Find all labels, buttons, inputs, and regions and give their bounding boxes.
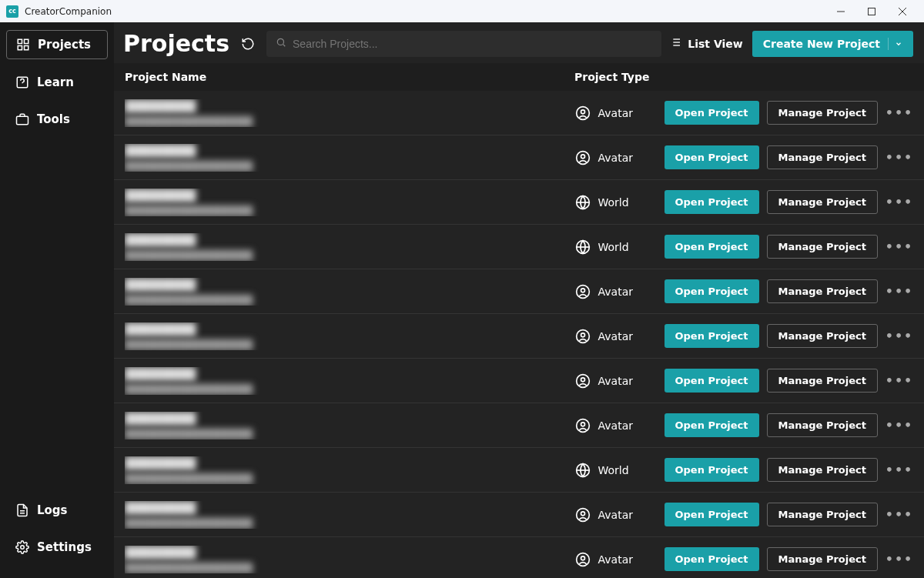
project-row: ██████████████████████████AvatarOpen Pro… [114, 537, 924, 578]
manage-project-button[interactable]: Manage Project [767, 458, 878, 482]
more-icon: ••• [886, 284, 914, 299]
manage-project-button[interactable]: Manage Project [767, 413, 878, 437]
more-options-button[interactable]: ••• [886, 369, 913, 393]
sidebar-item-label: Logs [37, 503, 68, 517]
manage-project-button[interactable]: Manage Project [767, 324, 878, 348]
project-type: Avatar [575, 507, 665, 523]
svg-rect-1 [869, 8, 875, 15]
project-type: Avatar [575, 418, 665, 433]
app-title: CreatorCompanion [25, 6, 112, 17]
project-type-label: Avatar [598, 107, 633, 119]
project-path: ██████████████████ [125, 384, 575, 395]
project-row: ██████████████████████████AvatarOpen Pro… [114, 314, 924, 359]
open-project-button[interactable]: Open Project [665, 101, 759, 125]
svg-rect-6 [18, 46, 22, 50]
sidebar-item-label: Tools [37, 112, 70, 126]
avatar-icon [575, 284, 591, 299]
create-label: Create New Project [763, 38, 880, 50]
manage-project-button[interactable]: Manage Project [767, 145, 878, 169]
project-name: ████████ [125, 99, 575, 113]
project-row: ██████████████████████████AvatarOpen Pro… [114, 493, 924, 537]
more-icon: ••• [886, 239, 914, 254]
more-options-button[interactable]: ••• [886, 547, 913, 572]
project-name: ████████ [125, 501, 575, 515]
open-project-button[interactable]: Open Project [665, 145, 759, 169]
open-project-button[interactable]: Open Project [665, 369, 759, 393]
project-row: ██████████████████████████AvatarOpen Pro… [114, 91, 924, 135]
more-options-button[interactable]: ••• [886, 101, 913, 125]
manage-project-button[interactable]: Manage Project [767, 235, 878, 259]
open-project-button[interactable]: Open Project [665, 503, 759, 526]
search-icon [276, 36, 286, 51]
project-row: ██████████████████████████WorldOpen Proj… [114, 448, 924, 493]
open-project-button[interactable]: Open Project [665, 547, 759, 571]
project-type: World [575, 463, 665, 478]
project-name: ████████ [125, 412, 575, 426]
more-options-button[interactable]: ••• [886, 413, 913, 438]
manage-project-button[interactable]: Manage Project [767, 101, 878, 125]
sidebar-item-projects[interactable]: Projects [6, 30, 108, 59]
more-icon: ••• [886, 418, 914, 433]
sidebar-item-tools[interactable]: Tools [6, 105, 108, 133]
manage-project-button[interactable]: Manage Project [767, 190, 878, 214]
avatar-icon [575, 552, 591, 567]
project-path: ██████████████████ [125, 205, 575, 216]
sidebar-item-learn[interactable]: Learn [6, 68, 108, 96]
create-new-project-button[interactable]: Create New Project [752, 31, 913, 57]
project-path: ██████████████████ [125, 295, 575, 306]
minimize-button[interactable] [825, 0, 856, 22]
svg-point-14 [277, 38, 283, 45]
project-name: ████████ [125, 233, 575, 247]
project-path: ██████████████████ [125, 161, 575, 172]
more-options-button[interactable]: ••• [886, 235, 913, 259]
svg-point-37 [581, 422, 584, 426]
project-name: ████████ [125, 189, 575, 202]
more-options-button[interactable]: ••• [886, 279, 913, 304]
more-options-button[interactable]: ••• [886, 503, 913, 527]
titlebar: cc CreatorCompanion [0, 0, 924, 22]
sidebar-item-logs[interactable]: Logs [6, 496, 108, 524]
toolbox-icon [15, 112, 29, 126]
open-project-button[interactable]: Open Project [665, 235, 759, 259]
search-box[interactable] [266, 31, 661, 57]
open-project-button[interactable]: Open Project [665, 324, 759, 348]
more-icon: ••• [886, 552, 914, 566]
more-options-button[interactable]: ••• [886, 324, 913, 349]
avatar-icon [575, 507, 591, 523]
more-options-button[interactable]: ••• [886, 458, 913, 483]
open-project-button[interactable]: Open Project [665, 458, 759, 482]
more-icon: ••• [886, 150, 914, 165]
project-type: Avatar [575, 329, 665, 344]
project-name: ████████ [125, 144, 575, 158]
project-row: ██████████████████████████AvatarOpen Pro… [114, 403, 924, 448]
manage-project-button[interactable]: Manage Project [767, 547, 878, 571]
project-list[interactable]: ██████████████████████████AvatarOpen Pro… [114, 91, 924, 578]
manage-project-button[interactable]: Manage Project [767, 279, 878, 303]
manage-project-button[interactable]: Manage Project [767, 503, 878, 526]
maximize-button[interactable] [856, 0, 887, 22]
avatar-icon [575, 418, 591, 433]
more-icon: ••• [886, 195, 914, 209]
svg-point-23 [581, 109, 584, 113]
refresh-button[interactable] [237, 33, 259, 55]
open-project-button[interactable]: Open Project [665, 279, 759, 303]
search-input[interactable] [293, 38, 652, 50]
more-icon: ••• [886, 463, 914, 477]
manage-project-button[interactable]: Manage Project [767, 369, 878, 393]
project-type: Avatar [575, 150, 665, 165]
project-name: ████████ [125, 367, 575, 381]
sidebar-item-label: Learn [37, 75, 74, 89]
list-view-button[interactable]: List View [669, 36, 742, 51]
chevron-down-icon[interactable] [888, 38, 902, 50]
project-path: ██████████████████ [125, 563, 575, 573]
project-type-label: Avatar [598, 286, 633, 298]
close-button[interactable] [887, 0, 918, 22]
header: Projects List View Create New Projec [114, 22, 924, 63]
open-project-button[interactable]: Open Project [665, 413, 759, 437]
more-options-button[interactable]: ••• [886, 190, 913, 215]
sidebar-item-settings[interactable]: Settings [6, 533, 108, 561]
project-type-label: Avatar [598, 553, 633, 566]
more-options-button[interactable]: ••• [886, 145, 913, 170]
project-type: Avatar [575, 373, 665, 389]
open-project-button[interactable]: Open Project [665, 190, 759, 214]
